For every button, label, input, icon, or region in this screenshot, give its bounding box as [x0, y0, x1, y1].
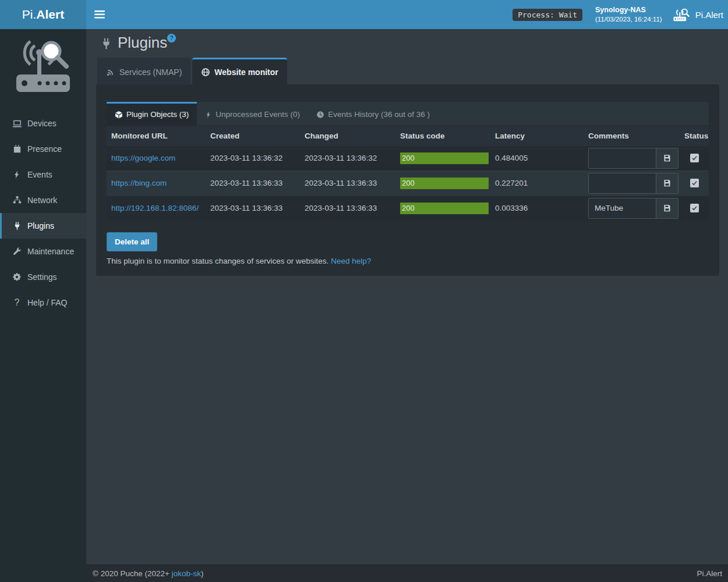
comment-input-group [588, 173, 678, 194]
created-cell: 2023-03-11 13:36:32 [206, 146, 300, 171]
calendar-icon [10, 144, 23, 154]
pialert-mini-logo-icon [673, 7, 691, 22]
delete-all-button[interactable]: Delete all [107, 232, 157, 251]
monitored-url-link[interactable]: http://192.168.1.82:8086/ [111, 204, 199, 212]
status-checkbox[interactable] [690, 204, 699, 212]
copyright: © 2020 Puche (2022+ jokob-sk) [93, 569, 203, 578]
brand-pi: Pi. [22, 8, 37, 22]
comment-input-group [588, 148, 678, 169]
col-created: Created [206, 126, 300, 146]
sidebar-toggle-button[interactable] [86, 0, 113, 29]
footer: © 2020 Puche (2022+ jokob-sk) Pi.Alert [86, 565, 728, 582]
sidebar-item-network[interactable]: Network [0, 187, 86, 213]
latency-cell: 0.003336 [490, 196, 584, 221]
col-changed: Changed [300, 126, 395, 146]
wrench-icon [10, 247, 23, 256]
sitemap-icon [10, 196, 23, 205]
sidebar-item-devices[interactable]: Devices [0, 111, 86, 136]
sidebar-item-events[interactable]: Events [0, 162, 86, 187]
status-code-bar: 200 [400, 203, 489, 214]
created-cell: 2023-03-11 13:36:33 [206, 196, 300, 221]
navbar-right: Process: Wait Synology-NAS (11/03/2023, … [513, 5, 728, 23]
sidebar: Devices Presence Events Network Plugins … [0, 29, 86, 582]
comment-input[interactable] [589, 173, 656, 193]
plugin-description-text: This plugin is to monitor status changes… [107, 257, 328, 265]
sidebar-item-label: Maintenance [27, 247, 74, 256]
laptop-icon [10, 119, 23, 129]
changed-cell: 2023-03-11 13:36:33 [300, 171, 395, 196]
sidebar-item-label: Presence [27, 144, 62, 154]
changed-cell: 2023-03-11 13:36:33 [300, 196, 395, 221]
latency-cell: 0.227201 [490, 171, 584, 196]
monitored-url-link[interactable]: https://google.com [111, 154, 175, 162]
tab-website-monitor[interactable]: Website monitor [192, 58, 287, 84]
table-row: http://192.168.1.82:8086/ 2023-03-11 13:… [107, 196, 709, 221]
page-title: Plugins [118, 32, 167, 53]
check-icon [691, 180, 698, 186]
gear-icon [10, 272, 23, 282]
save-comment-button[interactable] [656, 148, 678, 168]
sidebar-item-plugins[interactable]: Plugins [0, 213, 86, 239]
question-icon: ? [10, 297, 23, 308]
server-timestamp: (11/03/2023, 16:24:11) [595, 15, 662, 24]
sidebar-item-label: Plugins [27, 221, 54, 230]
status-code-bar: 200 [400, 178, 489, 189]
help-badge[interactable]: ? [167, 34, 176, 42]
page-title-row: Plugins ? [100, 32, 719, 53]
sidebar-item-label: Devices [27, 119, 56, 128]
tab-plugin-objects[interactable]: Plugin Objects (3) [107, 102, 197, 125]
hamburger-icon [94, 10, 105, 19]
status-checkbox[interactable] [690, 179, 699, 187]
brand-alert: Alert [36, 8, 64, 22]
sidebar-item-label: Network [27, 196, 57, 205]
pialert-logo [13, 38, 73, 94]
top-bar: Pi.Alert Process: Wait Synology-NAS (11/… [0, 0, 728, 29]
plugin-objects-table: Monitored URL Created Changed Status cod… [107, 126, 709, 221]
section-tabs: Plugin Objects (3) Unprocessed Events (0… [107, 102, 709, 125]
created-cell: 2023-03-11 13:36:33 [206, 171, 300, 196]
tab-services-nmap[interactable]: Services (NMAP) [97, 58, 190, 84]
author-link[interactable]: jokob-sk [172, 569, 201, 578]
changed-cell: 2023-03-11 13:36:32 [300, 146, 395, 171]
status-checkbox[interactable] [690, 154, 699, 162]
footer-brand: Pi.Alert [697, 569, 722, 578]
comment-input[interactable] [589, 148, 656, 168]
need-help-link[interactable]: Need help? [331, 257, 371, 265]
server-name: Synology-NAS [595, 5, 662, 15]
sidebar-item-maintenance[interactable]: Maintenance [0, 239, 86, 264]
tab-label: Unprocessed Events (0) [215, 110, 300, 119]
sidebar-item-label: Help / FAQ [27, 298, 67, 307]
cube-icon [115, 111, 123, 119]
status-code-bar: 200 [400, 152, 489, 164]
website-monitor-panel: Plugin Objects (3) Unprocessed Events (0… [96, 84, 719, 276]
sidebar-item-presence[interactable]: Presence [0, 136, 86, 162]
save-comment-button[interactable] [656, 173, 678, 193]
sidebar-item-help[interactable]: ? Help / FAQ [0, 290, 86, 315]
save-comment-button[interactable] [656, 198, 678, 218]
content-area: Plugins ? Services (NMAP) Website monito… [86, 29, 728, 565]
monitored-url-link[interactable]: https://bing.com [111, 179, 167, 187]
col-status-code: Status code [395, 126, 490, 146]
plugin-tabs: Services (NMAP) Website monitor [97, 58, 719, 84]
tab-unprocessed-events[interactable]: Unprocessed Events (0) [197, 102, 308, 125]
tab-events-history[interactable]: Events History (36 out of 36 ) [308, 102, 438, 125]
wifi-signal-icon [106, 68, 115, 77]
tab-label: Plugin Objects (3) [126, 110, 189, 119]
tab-label: Events History (36 out of 36 ) [328, 110, 430, 119]
save-icon [663, 179, 672, 187]
save-icon [663, 154, 672, 162]
table-row: https://google.com 2023-03-11 13:36:32 2… [107, 146, 709, 171]
sidebar-item-settings[interactable]: Settings [0, 264, 86, 290]
server-info: Synology-NAS (11/03/2023, 16:24:11) [595, 5, 662, 23]
bolt-icon [205, 111, 212, 119]
bolt-icon [10, 170, 23, 179]
comment-input[interactable] [589, 198, 656, 218]
tab-label: Website monitor [214, 68, 278, 77]
latency-cell: 0.484005 [490, 146, 584, 171]
comment-input-group [588, 198, 678, 219]
brand-link[interactable]: Pi.Alert [0, 0, 86, 29]
col-latency: Latency [490, 126, 584, 146]
check-icon [691, 205, 698, 211]
sidebar-menu: Devices Presence Events Network Plugins … [0, 111, 86, 315]
col-status: Status [680, 126, 709, 146]
